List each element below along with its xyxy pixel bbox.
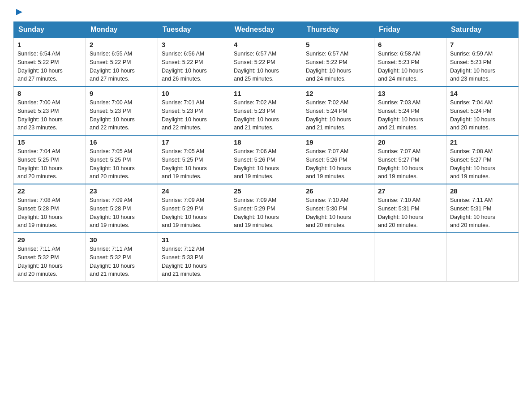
calendar-cell: 26 Sunrise: 7:10 AM Sunset: 5:30 PM Dayl… [302,184,374,233]
day-number: 5 [306,41,370,48]
day-number: 13 [378,90,442,97]
calendar-cell [446,233,519,282]
day-number: 11 [234,90,298,97]
day-info: Sunrise: 7:07 AM Sunset: 5:27 PM Dayligh… [378,147,442,181]
calendar-cell [374,233,446,282]
calendar-cell: 20 Sunrise: 7:07 AM Sunset: 5:27 PM Dayl… [374,135,446,184]
calendar-cell: 3 Sunrise: 6:56 AM Sunset: 5:22 PM Dayli… [158,38,230,86]
calendar-cell: 27 Sunrise: 7:10 AM Sunset: 5:31 PM Dayl… [374,184,446,233]
calendar-cell: 16 Sunrise: 7:05 AM Sunset: 5:25 PM Dayl… [86,135,158,184]
day-number: 26 [306,187,370,195]
day-info: Sunrise: 7:09 AM Sunset: 5:29 PM Dayligh… [234,196,298,230]
day-info: Sunrise: 7:01 AM Sunset: 5:23 PM Dayligh… [162,98,226,132]
calendar-cell: 7 Sunrise: 6:59 AM Sunset: 5:23 PM Dayli… [446,38,519,86]
day-info: Sunrise: 7:09 AM Sunset: 5:29 PM Dayligh… [162,196,226,230]
day-info: Sunrise: 7:09 AM Sunset: 5:28 PM Dayligh… [90,196,154,230]
day-number: 27 [378,187,442,195]
calendar-cell: 10 Sunrise: 7:01 AM Sunset: 5:23 PM Dayl… [158,86,230,135]
calendar-cell: 6 Sunrise: 6:58 AM Sunset: 5:23 PM Dayli… [374,38,446,86]
day-number: 14 [450,90,515,97]
day-info: Sunrise: 7:10 AM Sunset: 5:30 PM Dayligh… [306,196,370,230]
day-info: Sunrise: 7:08 AM Sunset: 5:28 PM Dayligh… [17,196,82,230]
calendar-cell: 19 Sunrise: 7:07 AM Sunset: 5:26 PM Dayl… [302,135,374,184]
day-number: 22 [17,187,82,195]
calendar-cell: 1 Sunrise: 6:54 AM Sunset: 5:22 PM Dayli… [14,38,86,86]
day-info: Sunrise: 7:00 AM Sunset: 5:23 PM Dayligh… [17,98,82,132]
header-friday: Friday [374,22,446,38]
logo [13,9,24,17]
day-number: 28 [450,187,515,195]
header-saturday: Saturday [446,22,519,38]
calendar-cell [302,233,374,282]
calendar-cell: 13 Sunrise: 7:03 AM Sunset: 5:24 PM Dayl… [374,86,446,135]
calendar-cell: 24 Sunrise: 7:09 AM Sunset: 5:29 PM Dayl… [158,184,230,233]
calendar-week-2: 8 Sunrise: 7:00 AM Sunset: 5:23 PM Dayli… [14,86,519,135]
day-info: Sunrise: 7:02 AM Sunset: 5:23 PM Dayligh… [234,98,298,132]
day-number: 18 [234,138,298,146]
day-number: 12 [306,90,370,97]
calendar-table: SundayMondayTuesdayWednesdayThursdayFrid… [13,21,519,282]
day-number: 24 [162,187,226,195]
day-number: 9 [90,90,154,97]
calendar-header-row: SundayMondayTuesdayWednesdayThursdayFrid… [14,22,519,38]
day-number: 7 [450,41,515,48]
day-number: 3 [162,41,226,48]
day-number: 23 [90,187,154,195]
calendar-cell: 28 Sunrise: 7:11 AM Sunset: 5:31 PM Dayl… [446,184,519,233]
calendar-week-5: 29 Sunrise: 7:11 AM Sunset: 5:32 PM Dayl… [14,233,519,282]
logo-triangle-icon [14,7,24,17]
day-number: 10 [162,90,226,97]
day-info: Sunrise: 6:57 AM Sunset: 5:22 PM Dayligh… [306,50,370,83]
calendar-cell: 25 Sunrise: 7:09 AM Sunset: 5:29 PM Dayl… [230,184,302,233]
calendar-cell: 22 Sunrise: 7:08 AM Sunset: 5:28 PM Dayl… [14,184,86,233]
header-monday: Monday [86,22,158,38]
day-info: Sunrise: 7:08 AM Sunset: 5:27 PM Dayligh… [450,147,515,181]
day-info: Sunrise: 7:00 AM Sunset: 5:23 PM Dayligh… [90,98,154,132]
header-sunday: Sunday [14,22,86,38]
day-number: 1 [17,41,82,48]
calendar-cell: 4 Sunrise: 6:57 AM Sunset: 5:22 PM Dayli… [230,38,302,86]
calendar-cell [230,233,302,282]
header-thursday: Thursday [302,22,374,38]
page-header [13,9,519,17]
calendar-week-4: 22 Sunrise: 7:08 AM Sunset: 5:28 PM Dayl… [14,184,519,233]
day-number: 25 [234,187,298,195]
calendar-cell: 21 Sunrise: 7:08 AM Sunset: 5:27 PM Dayl… [446,135,519,184]
day-info: Sunrise: 6:58 AM Sunset: 5:23 PM Dayligh… [378,50,442,83]
calendar-cell: 30 Sunrise: 7:11 AM Sunset: 5:32 PM Dayl… [86,233,158,282]
calendar-cell: 8 Sunrise: 7:00 AM Sunset: 5:23 PM Dayli… [14,86,86,135]
day-info: Sunrise: 6:55 AM Sunset: 5:22 PM Dayligh… [90,50,154,83]
day-info: Sunrise: 7:11 AM Sunset: 5:32 PM Dayligh… [90,245,154,278]
day-number: 2 [90,41,154,48]
day-number: 8 [17,90,82,97]
day-number: 19 [306,138,370,146]
calendar-cell: 12 Sunrise: 7:02 AM Sunset: 5:24 PM Dayl… [302,86,374,135]
day-info: Sunrise: 7:06 AM Sunset: 5:26 PM Dayligh… [234,147,298,181]
calendar-cell: 14 Sunrise: 7:04 AM Sunset: 5:24 PM Dayl… [446,86,519,135]
day-info: Sunrise: 6:59 AM Sunset: 5:23 PM Dayligh… [450,50,515,83]
day-info: Sunrise: 7:04 AM Sunset: 5:25 PM Dayligh… [17,147,82,181]
svg-marker-0 [16,9,22,15]
calendar-cell: 17 Sunrise: 7:05 AM Sunset: 5:25 PM Dayl… [158,135,230,184]
calendar-cell: 9 Sunrise: 7:00 AM Sunset: 5:23 PM Dayli… [86,86,158,135]
day-number: 30 [90,236,154,244]
day-number: 17 [162,138,226,146]
day-number: 21 [450,138,515,146]
day-number: 4 [234,41,298,48]
calendar-cell: 31 Sunrise: 7:12 AM Sunset: 5:33 PM Dayl… [158,233,230,282]
calendar-cell: 2 Sunrise: 6:55 AM Sunset: 5:22 PM Dayli… [86,38,158,86]
day-info: Sunrise: 7:02 AM Sunset: 5:24 PM Dayligh… [306,98,370,132]
calendar-cell: 29 Sunrise: 7:11 AM Sunset: 5:32 PM Dayl… [14,233,86,282]
day-number: 6 [378,41,442,48]
calendar-cell: 11 Sunrise: 7:02 AM Sunset: 5:23 PM Dayl… [230,86,302,135]
calendar-cell: 15 Sunrise: 7:04 AM Sunset: 5:25 PM Dayl… [14,135,86,184]
calendar-cell: 23 Sunrise: 7:09 AM Sunset: 5:28 PM Dayl… [86,184,158,233]
day-info: Sunrise: 7:07 AM Sunset: 5:26 PM Dayligh… [306,147,370,181]
day-number: 20 [378,138,442,146]
calendar-week-1: 1 Sunrise: 6:54 AM Sunset: 5:22 PM Dayli… [14,38,519,86]
day-info: Sunrise: 6:57 AM Sunset: 5:22 PM Dayligh… [234,50,298,83]
day-info: Sunrise: 7:10 AM Sunset: 5:31 PM Dayligh… [378,196,442,230]
day-info: Sunrise: 6:56 AM Sunset: 5:22 PM Dayligh… [162,50,226,83]
header-wednesday: Wednesday [230,22,302,38]
day-number: 16 [90,138,154,146]
